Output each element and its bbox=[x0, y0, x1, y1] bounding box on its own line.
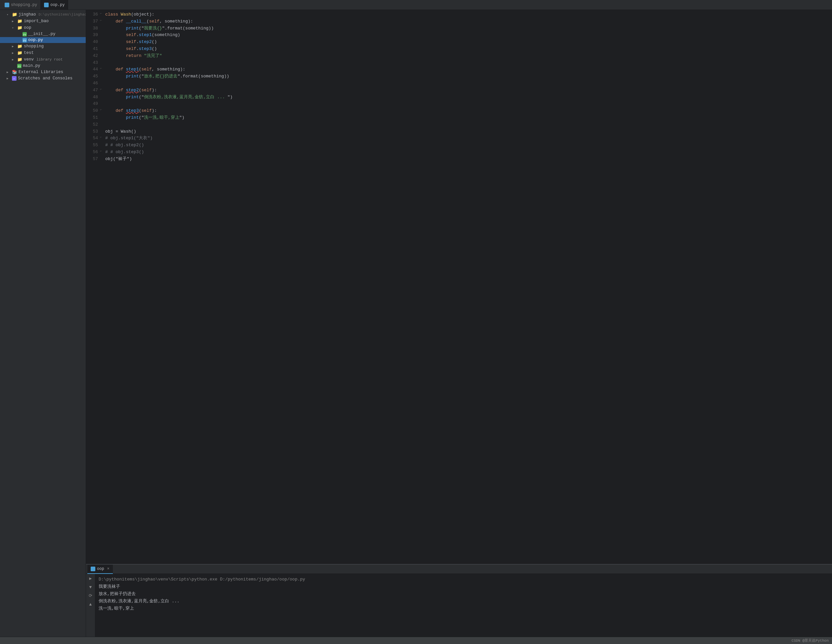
run-button[interactable]: ▶ bbox=[87, 575, 94, 582]
sidebar-item-shopping[interactable]: ▶ 📁 shopping bbox=[0, 43, 86, 50]
table-row: 38 print("我要洗{}".format(something)) bbox=[86, 25, 832, 32]
code-editor[interactable]: 36⌐class Wash(object):37⌐ def __call__(s… bbox=[86, 10, 832, 564]
tab-oop[interactable]: oop.py bbox=[41, 0, 68, 10]
chevron-right-shopping: ▶ bbox=[12, 45, 16, 48]
fold-arrow[interactable]: ⌐ bbox=[100, 66, 102, 71]
sidebar-shopping-label: shopping bbox=[24, 44, 44, 49]
fold-arrow[interactable]: ⌐ bbox=[100, 18, 102, 23]
table-row: 42 return "洗完了" bbox=[86, 53, 832, 59]
table-row: 54⌐# obj.step1("大衣") bbox=[86, 135, 832, 142]
fold-arrow[interactable]: ⌐ bbox=[100, 135, 102, 140]
sidebar-extlibs-label: External Libraries bbox=[19, 70, 63, 74]
sidebar-scratches-label: Scratches and Consoles bbox=[18, 76, 72, 81]
table-row: 47⌐ def step2(self): bbox=[86, 87, 832, 94]
oop-file-icon bbox=[44, 3, 49, 7]
code-line: print("洗一洗,晾干,穿上") bbox=[103, 115, 832, 121]
table-row: 55# # obj.step2() bbox=[86, 142, 832, 149]
code-line: self.step1(something) bbox=[103, 32, 832, 39]
panel-tab-oop-label: oop bbox=[97, 567, 104, 571]
table-row: 37⌐ def __call__(self, something): bbox=[86, 18, 832, 25]
sidebar-item-test[interactable]: ▶ 📁 test bbox=[0, 50, 86, 56]
table-row: 50⌐ def step3(self): bbox=[86, 107, 832, 115]
line-number: 37⌐ bbox=[86, 18, 103, 25]
panel-tab-close[interactable]: × bbox=[107, 567, 110, 571]
folder-icon-test: 📁 bbox=[17, 50, 22, 56]
tab-bar: shopping.py oop.py bbox=[0, 0, 832, 10]
tab-shopping[interactable]: shopping.py bbox=[1, 0, 41, 10]
table-row: 52 bbox=[86, 121, 832, 128]
code-line: class Wash(object): bbox=[103, 11, 832, 18]
code-line: obj = Wash() bbox=[103, 128, 832, 135]
line-number: 50⌐ bbox=[86, 107, 103, 115]
chevron-right-icon: ▶ bbox=[12, 19, 16, 23]
code-line: def step2(self): bbox=[103, 87, 832, 94]
library-icon: 📚 bbox=[12, 69, 17, 75]
line-number: 42 bbox=[86, 53, 103, 59]
line-number: 44⌐ bbox=[86, 66, 103, 73]
line-number: 46 bbox=[86, 80, 103, 87]
line-number: 45 bbox=[86, 73, 103, 80]
line-number: 47⌐ bbox=[86, 87, 103, 94]
code-line: def step1(self, something): bbox=[103, 66, 832, 73]
fold-arrow[interactable]: ⌐ bbox=[100, 87, 102, 92]
sidebar-item-oop-py[interactable]: ▶ py oop.py bbox=[0, 37, 86, 43]
list-item: 洗一洗,晾干,穿上 bbox=[99, 605, 829, 612]
chevron-down-icon: ▾ bbox=[6, 13, 11, 16]
table-row: 45 print("放水,把{}扔进去".format(something)) bbox=[86, 73, 832, 80]
line-number: 40 bbox=[86, 39, 103, 46]
folder-icon-oop: 📁 bbox=[17, 25, 22, 30]
code-line: print("放水,把{}扔进去".format(something)) bbox=[103, 73, 832, 80]
code-line: # # obj.step2() bbox=[103, 142, 832, 149]
scroll-down-button[interactable]: ▼ bbox=[87, 584, 94, 590]
line-number: 57 bbox=[86, 156, 103, 163]
table-row: 39 self.step1(something) bbox=[86, 32, 832, 39]
line-number: 43 bbox=[86, 59, 103, 67]
table-row: 41 self.step3() bbox=[86, 46, 832, 53]
sidebar-item-venv[interactable]: ▶ 📁 venv library root bbox=[0, 56, 86, 63]
fold-arrow[interactable]: ⌐ bbox=[100, 11, 102, 16]
sidebar-item-main-py[interactable]: ▶ py main.py bbox=[0, 63, 86, 69]
oop-py-icon: py bbox=[22, 38, 27, 42]
table-row: 53obj = Wash() bbox=[86, 128, 832, 135]
panel-tab-oop[interactable]: oop × bbox=[87, 565, 113, 574]
sidebar-item-external-libraries[interactable]: ▶ 📚 External Libraries bbox=[0, 69, 86, 75]
sidebar-item-init-py[interactable]: ▶ py __init__.py bbox=[0, 31, 86, 37]
table-row: 56⌐# # obj.step3() bbox=[86, 149, 832, 156]
chevron-right-scratches: ▶ bbox=[6, 77, 11, 80]
sidebar-item-jinghao[interactable]: ▾ 📁 jinghao D:\pythonitems\jinghao bbox=[0, 11, 86, 18]
table-row: 48 print("倒洗衣粉,洗衣液,蓝月亮,金纺,立白 ... ") bbox=[86, 94, 832, 101]
table-row: 36⌐class Wash(object): bbox=[86, 11, 832, 18]
sidebar-item-import-bao[interactable]: ▶ 📁 import_bao bbox=[0, 18, 86, 24]
line-number: 54⌐ bbox=[86, 135, 103, 142]
scroll-up-button[interactable]: ▲ bbox=[87, 601, 94, 607]
folder-icon-venv: 📁 bbox=[17, 57, 22, 62]
folder-icon-shopping: 📁 bbox=[17, 44, 22, 49]
code-line: self.step2() bbox=[103, 39, 832, 46]
list-item: 放水,把袜子扔进去 bbox=[99, 590, 829, 598]
sidebar-init-label: __init__.py bbox=[28, 32, 56, 37]
table-row: 43 bbox=[86, 59, 832, 67]
sidebar-oop-folder-label: oop bbox=[24, 26, 32, 30]
panel-tabs: oop × bbox=[86, 565, 832, 574]
sidebar-jinghao-label: jinghao bbox=[19, 12, 36, 17]
fold-arrow[interactable]: ⌐ bbox=[100, 107, 102, 112]
fold-arrow[interactable]: ⌐ bbox=[100, 149, 102, 153]
sidebar-item-oop-folder[interactable]: ▾ 📁 oop bbox=[0, 24, 86, 31]
line-number: 39 bbox=[86, 32, 103, 39]
line-number: 53 bbox=[86, 128, 103, 135]
shopping-file-icon bbox=[5, 3, 9, 7]
status-text: CSDN @景天说Python bbox=[792, 638, 829, 643]
table-row: 46 bbox=[86, 80, 832, 87]
table-row: 57obj("袜子") bbox=[86, 156, 832, 163]
list-item: 我要洗袜子 bbox=[99, 583, 829, 590]
restart-button[interactable]: ⟳ bbox=[87, 593, 94, 599]
sidebar: ▾ 📁 jinghao D:\pythonitems\jinghao ▶ 📁 i… bbox=[0, 10, 86, 637]
terminal-output: D:\pythonitems\jinghao\venv\Scripts\pyth… bbox=[95, 574, 832, 637]
line-number: 51 bbox=[86, 115, 103, 121]
sidebar-item-scratches[interactable]: ▶ ✏ Scratches and Consoles bbox=[0, 75, 86, 81]
chevron-down-icon-oop: ▾ bbox=[12, 26, 16, 30]
panel-toolbar: ▶ ▼ ⟳ ▲ bbox=[86, 574, 95, 637]
init-py-icon: py bbox=[22, 32, 27, 37]
code-line: return "洗完了" bbox=[103, 53, 832, 59]
sidebar-jinghao-path: D:\pythonitems\jinghao bbox=[39, 13, 86, 16]
